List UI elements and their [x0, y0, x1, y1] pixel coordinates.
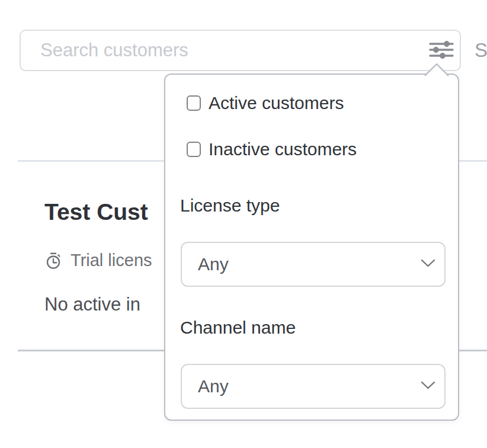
timer-icon: [45, 252, 63, 270]
license-type-value: Any: [198, 254, 420, 274]
channel-name-value: Any: [198, 376, 420, 396]
inactive-customers-option[interactable]: Inactive customers: [187, 139, 357, 159]
inactive-customers-label: Inactive customers: [209, 139, 357, 159]
chevron-down-icon: [420, 258, 436, 271]
active-customers-option[interactable]: Active customers: [187, 93, 344, 113]
customer-status-text: No active in: [44, 294, 140, 315]
customer-search-box: [20, 30, 461, 71]
license-row: Trial licens: [45, 251, 152, 270]
popover-caret-icon: [424, 62, 450, 76]
channel-name-label: Channel name: [180, 318, 296, 338]
channel-name-select[interactable]: Any: [181, 364, 446, 409]
active-customers-checkbox[interactable]: [187, 95, 201, 111]
active-customers-label: Active customers: [209, 93, 344, 113]
truncated-right-text: S: [475, 39, 487, 62]
inactive-customers-checkbox[interactable]: [187, 142, 201, 157]
chevron-down-icon: [420, 380, 436, 393]
license-type-label: License type: [180, 196, 280, 216]
license-text: Trial licens: [71, 251, 152, 270]
search-input[interactable]: [21, 31, 423, 70]
license-type-select[interactable]: Any: [181, 242, 446, 287]
filter-popover: Active customers Inactive customers Lice…: [164, 73, 459, 421]
sliders-icon: [428, 40, 454, 62]
customer-title: Test Cust: [44, 199, 148, 225]
